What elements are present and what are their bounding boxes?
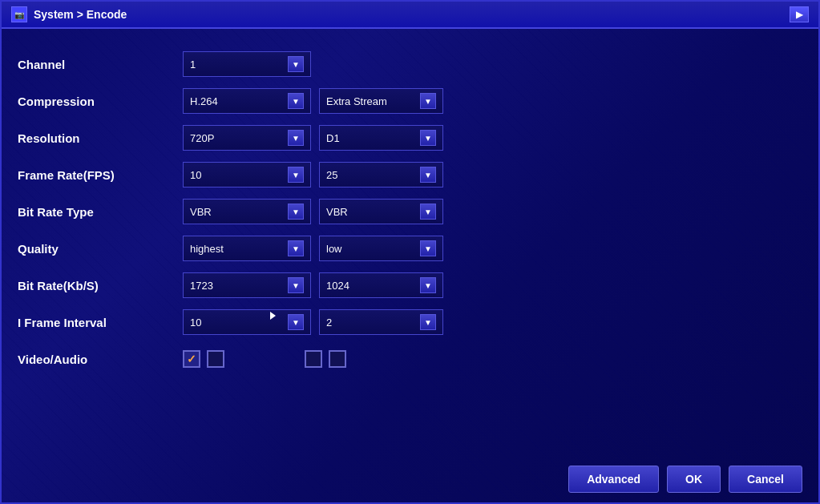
- compression-main-dropdown[interactable]: H.264 ▼: [183, 88, 311, 114]
- bitrate-controls: 1723 ▼ 1024 ▼: [178, 268, 794, 303]
- bitrate-extra-value: 1024: [326, 280, 417, 292]
- main-window: 📷 System > Encode ▶ Channel 1 ▼: [0, 0, 820, 504]
- bitrate-main-arrow: ▼: [288, 277, 304, 293]
- framerate-main-value: 10: [190, 169, 285, 181]
- resolution-main-value: 720P: [190, 132, 285, 144]
- compression-stream-value: Extra Stream: [326, 95, 417, 107]
- advanced-button[interactable]: Advanced: [568, 466, 659, 493]
- iframe-main-dropdown[interactable]: 10 ▼: [183, 309, 311, 335]
- main-checkboxes: [183, 350, 224, 368]
- resolution-extra-arrow: ▼: [420, 130, 436, 146]
- videoaudio-label: Video/Audio: [18, 341, 178, 377]
- quality-extra-dropdown[interactable]: low ▼: [319, 236, 443, 261]
- resolution-extra-value: D1: [326, 132, 417, 144]
- main-video-checkbox[interactable]: [183, 350, 200, 368]
- framerate-extra-dropdown[interactable]: 25 ▼: [319, 162, 443, 187]
- extra-checkboxes: [305, 350, 346, 368]
- bitrate-extra-arrow: ▼: [420, 277, 436, 293]
- iframe-extra-arrow: ▼: [420, 314, 436, 330]
- framerate-label: Frame Rate(FPS): [18, 157, 178, 192]
- compression-main-arrow: ▼: [288, 93, 304, 109]
- quality-main-value: highest: [190, 243, 285, 255]
- resolution-extra-dropdown[interactable]: D1 ▼: [319, 125, 443, 151]
- extra-video-checkbox[interactable]: [305, 350, 322, 368]
- bitratetype-extra-dropdown[interactable]: VBR ▼: [319, 199, 443, 224]
- framerate-main-arrow: ▼: [288, 167, 304, 183]
- iframe-main-value: 10: [190, 317, 285, 329]
- framerate-extra-value: 25: [326, 169, 417, 181]
- bitrate-label: Bit Rate(Kb/S): [18, 268, 178, 303]
- quality-extra-arrow: ▼: [420, 240, 436, 256]
- channel-row: Channel 1 ▼: [18, 46, 794, 82]
- resolution-row: Resolution 720P ▼ D1 ▼: [18, 120, 794, 155]
- channel-value: 1: [190, 58, 285, 71]
- extra-audio-checkbox[interactable]: [329, 350, 346, 368]
- resolution-controls: 720P ▼ D1 ▼: [178, 120, 794, 155]
- resolution-main-arrow: ▼: [288, 130, 304, 146]
- bitratetype-main-value: VBR: [190, 206, 285, 218]
- bitratetype-row: Bit Rate Type VBR ▼ VBR ▼: [18, 194, 794, 229]
- channel-dropdown[interactable]: 1 ▼: [183, 51, 311, 77]
- framerate-row: Frame Rate(FPS) 10 ▼ 25 ▼: [18, 157, 794, 192]
- iframe-extra-value: 2: [326, 317, 417, 329]
- iframe-main-arrow: ▼: [288, 314, 304, 330]
- compression-controls: H.264 ▼ Extra Stream ▼: [178, 83, 794, 119]
- bitratetype-extra-arrow: ▼: [420, 204, 436, 220]
- resolution-main-dropdown[interactable]: 720P ▼: [183, 125, 311, 151]
- iframe-label: I Frame Interval: [18, 304, 178, 340]
- bottom-bar: Advanced OK Cancel: [2, 456, 818, 502]
- videoaudio-row: Video/Audio: [18, 341, 794, 377]
- iframe-row: I Frame Interval 10 ▼ 2 ▼: [18, 304, 794, 340]
- framerate-extra-arrow: ▼: [420, 167, 436, 183]
- next-arrow-button[interactable]: ▶: [790, 6, 809, 22]
- quality-main-arrow: ▼: [288, 240, 304, 256]
- quality-label: Quality: [18, 231, 178, 266]
- bitratetype-main-dropdown[interactable]: VBR ▼: [183, 199, 311, 224]
- bitratetype-main-arrow: ▼: [288, 204, 304, 220]
- quality-extra-value: low: [326, 243, 417, 255]
- iframe-controls: 10 ▼ 2 ▼: [178, 304, 794, 340]
- camera-icon: 📷: [11, 6, 27, 22]
- bitrate-row: Bit Rate(Kb/S) 1723 ▼ 1024 ▼: [18, 268, 794, 303]
- compression-row: Compression H.264 ▼ Extra Stream ▼: [18, 83, 794, 119]
- bitratetype-extra-value: VBR: [326, 206, 417, 218]
- compression-main-value: H.264: [190, 95, 285, 107]
- compression-stream-dropdown[interactable]: Extra Stream ▼: [319, 88, 443, 114]
- ok-button[interactable]: OK: [667, 466, 721, 493]
- main-audio-checkbox[interactable]: [207, 350, 224, 368]
- form-table: Channel 1 ▼ Compression: [18, 45, 794, 378]
- bitratetype-controls: VBR ▼ VBR ▼: [178, 194, 794, 229]
- channel-dropdown-arrow: ▼: [288, 56, 304, 72]
- title-bar-right: ▶: [790, 6, 809, 22]
- framerate-main-dropdown[interactable]: 10 ▼: [183, 162, 311, 187]
- quality-main-dropdown[interactable]: highest ▼: [183, 236, 311, 261]
- title-bar-left: 📷 System > Encode: [11, 6, 127, 22]
- channel-label: Channel: [18, 46, 178, 82]
- compression-label: Compression: [18, 83, 178, 119]
- videoaudio-controls: [178, 341, 794, 377]
- content-area: Channel 1 ▼ Compression: [2, 29, 818, 456]
- resolution-label: Resolution: [18, 120, 178, 155]
- iframe-extra-dropdown[interactable]: 2 ▼: [319, 309, 443, 335]
- quality-controls: highest ▼ low ▼: [178, 231, 794, 266]
- framerate-controls: 10 ▼ 25 ▼: [178, 157, 794, 192]
- cancel-button[interactable]: Cancel: [729, 466, 802, 493]
- quality-row: Quality highest ▼ low ▼: [18, 231, 794, 266]
- title-path: System > Encode: [34, 8, 127, 21]
- title-bar: 📷 System > Encode ▶: [2, 2, 818, 29]
- bitratetype-label: Bit Rate Type: [18, 194, 178, 229]
- bitrate-main-value: 1723: [190, 280, 285, 292]
- channel-controls: 1 ▼: [178, 46, 794, 82]
- bitrate-main-dropdown[interactable]: 1723 ▼: [183, 272, 311, 298]
- compression-stream-arrow: ▼: [420, 93, 436, 109]
- bitrate-extra-dropdown[interactable]: 1024 ▼: [319, 272, 443, 298]
